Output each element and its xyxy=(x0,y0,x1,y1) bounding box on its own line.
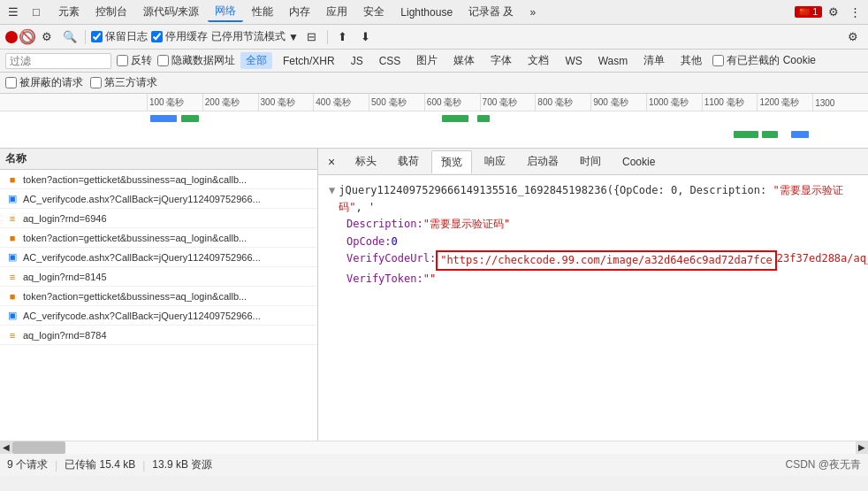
json-val-opcode: 0 xyxy=(392,234,398,250)
menu-more[interactable]: » xyxy=(522,4,543,20)
request-item[interactable]: ■ token?action=getticket&bussiness=aq_lo… xyxy=(0,287,317,306)
menu-lighthouse[interactable]: Lighthouse xyxy=(393,4,460,20)
tick-1200: 1200 毫秒 xyxy=(757,94,812,111)
disable-cache-label: 停用缓存 xyxy=(165,29,208,44)
disable-cache-checkbox[interactable] xyxy=(151,31,163,42)
filter-input[interactable] xyxy=(5,53,111,69)
json-val-verifytoken: "" xyxy=(423,271,436,288)
horizontal-scroll[interactable]: ◀ ▶ xyxy=(0,441,868,453)
menu-security[interactable]: 安全 xyxy=(356,3,392,21)
type-wasm[interactable]: Wasm xyxy=(593,54,634,68)
close-detail-button[interactable]: × xyxy=(324,154,339,170)
blocked-cookie-checkbox[interactable] xyxy=(712,55,724,66)
more-options-icon[interactable]: ⋮ xyxy=(845,3,864,22)
name-column-header: 名称 xyxy=(5,151,27,166)
blocked-cookie-check[interactable]: 有已拦截的 Cookie xyxy=(712,53,816,68)
menu-sources[interactable]: 源代码/来源 xyxy=(136,3,206,21)
inspect-icon[interactable]: ☰ xyxy=(4,3,23,22)
throttle-label: 已停用节流模式 xyxy=(211,29,286,44)
detail-content: ▼ jQuery1124097529666149135516_169284519… xyxy=(318,175,868,441)
menu-console[interactable]: 控制台 xyxy=(88,3,134,21)
settings-icon[interactable]: ⚙ xyxy=(824,3,843,22)
flag-icon[interactable]: 🇨🇳 1 xyxy=(795,6,822,18)
timeline-bar-green3 xyxy=(477,115,490,122)
type-all[interactable]: 全部 xyxy=(240,52,272,69)
third-party-check[interactable]: 第三方请求 xyxy=(90,75,157,90)
menu-network[interactable]: 网络 xyxy=(208,2,243,22)
reverse-checkbox[interactable] xyxy=(117,55,128,66)
request-list: 名称 ■ token?action=getticket&bussiness=aq… xyxy=(0,149,318,441)
watermark-text: CSDN @夜无青 xyxy=(785,457,861,472)
search-toggle-icon[interactable]: 🔍 xyxy=(60,27,80,47)
request-item[interactable]: ■ token?action=getticket&bussiness=aq_lo… xyxy=(0,170,317,189)
tab-timing[interactable]: 时间 xyxy=(571,150,610,173)
clear-button[interactable]: 🚫 xyxy=(21,31,34,43)
type-doc[interactable]: 文档 xyxy=(522,52,554,69)
scroll-thumb[interactable] xyxy=(12,441,65,454)
detail-tabs: × 标头 载荷 预览 响应 启动器 时间 Cookie xyxy=(318,149,868,175)
reverse-check[interactable]: 反转 xyxy=(117,53,152,68)
request-item[interactable]: ≡ aq_login?rnd=8784 xyxy=(0,326,317,345)
request-item[interactable]: ■ token?action=getticket&bussiness=aq_lo… xyxy=(0,228,317,248)
menu-memory[interactable]: 内存 xyxy=(282,3,317,21)
menu-elements[interactable]: 元素 xyxy=(51,3,87,21)
tab-initiator[interactable]: 启动器 xyxy=(518,150,567,173)
request-name: token?action=getticket&bussiness=aq_logi… xyxy=(23,233,312,243)
type-bar: 被屏蔽的请求 第三方请求 xyxy=(0,73,868,94)
timeline-content[interactable] xyxy=(0,111,868,148)
hide-data-checkbox[interactable] xyxy=(157,55,169,66)
request-item[interactable]: ▣ AC_verifycode.ashx?CallBack=jQuery1124… xyxy=(0,189,317,209)
type-ws[interactable]: WS xyxy=(560,54,587,68)
filter-toggle-icon[interactable]: ⚙ xyxy=(37,27,57,47)
type-media[interactable]: 媒体 xyxy=(448,52,480,69)
menu-recorder[interactable]: 记录器 及 xyxy=(461,3,521,21)
json-key-verifyurl: VerifyCodeUrl: xyxy=(346,250,436,267)
scroll-left-button[interactable]: ◀ xyxy=(0,441,12,454)
request-item[interactable]: ≡ aq_login?rnd=6946 xyxy=(0,209,317,228)
third-party-checkbox[interactable] xyxy=(90,77,102,88)
type-css[interactable]: CSS xyxy=(374,54,407,68)
expand-icon[interactable]: ▼ xyxy=(329,182,335,199)
request-type-icon: ▣ xyxy=(5,252,19,263)
upload-icon[interactable]: ⬆ xyxy=(333,27,353,47)
request-item[interactable]: ▣ AC_verifycode.ashx?CallBack=jQuery1124… xyxy=(0,306,317,326)
hide-data-check[interactable]: 隐藏数据网址 xyxy=(157,53,235,68)
network-settings-icon[interactable]: ⚙ xyxy=(843,27,863,47)
type-fetch-xhr[interactable]: Fetch/XHR xyxy=(278,54,340,68)
json-line-3: OpCode: 0 xyxy=(346,234,857,250)
wifi-icon[interactable]: ⊟ xyxy=(302,27,322,47)
type-other[interactable]: 其他 xyxy=(675,52,707,69)
timeline-bar-blue1 xyxy=(150,115,177,122)
status-sep1: | xyxy=(55,459,57,472)
tab-cookie[interactable]: Cookie xyxy=(613,152,664,172)
blocked-requests-check[interactable]: 被屏蔽的请求 xyxy=(5,75,83,90)
type-manifest[interactable]: 清单 xyxy=(638,52,670,69)
type-font[interactable]: 字体 xyxy=(485,52,517,69)
record-button[interactable] xyxy=(5,31,18,43)
device-icon[interactable]: □ xyxy=(27,3,46,22)
blocked-requests-checkbox[interactable] xyxy=(5,77,17,88)
json-line-2: Description: "需要显示验证码" xyxy=(346,216,857,233)
menu-application[interactable]: 应用 xyxy=(319,3,354,21)
type-js[interactable]: JS xyxy=(346,54,369,68)
json-line-5: VerifyToken: "" xyxy=(346,271,857,288)
tab-response[interactable]: 响应 xyxy=(476,150,514,173)
json-val-verifyurl: "https://checkcode.99.com/image/a32d64e6… xyxy=(440,254,773,266)
tab-headers[interactable]: 标头 xyxy=(346,150,385,173)
tab-preview[interactable]: 预览 xyxy=(431,150,472,173)
throttle-check[interactable]: 已停用节流模式 ▼ xyxy=(211,29,299,44)
menu-performance[interactable]: 性能 xyxy=(245,3,280,21)
sep1 xyxy=(85,30,86,44)
disable-cache-check[interactable]: 停用缓存 xyxy=(151,29,208,44)
request-item[interactable]: ≡ aq_login?rnd=8145 xyxy=(0,267,317,287)
hide-data-label: 隐藏数据网址 xyxy=(171,53,235,68)
preserve-log-check[interactable]: 保留日志 xyxy=(91,29,148,44)
preserve-log-checkbox[interactable] xyxy=(91,31,103,42)
tick-800: 800 毫秒 xyxy=(535,94,590,111)
tab-payload[interactable]: 载荷 xyxy=(389,150,428,173)
request-item[interactable]: ▣ AC_verifycode.ashx?CallBack=jQuery1124… xyxy=(0,248,317,267)
scroll-track[interactable] xyxy=(12,441,856,454)
download-icon[interactable]: ⬇ xyxy=(356,27,376,47)
type-img[interactable]: 图片 xyxy=(411,52,443,69)
scroll-right-button[interactable]: ▶ xyxy=(856,441,868,454)
